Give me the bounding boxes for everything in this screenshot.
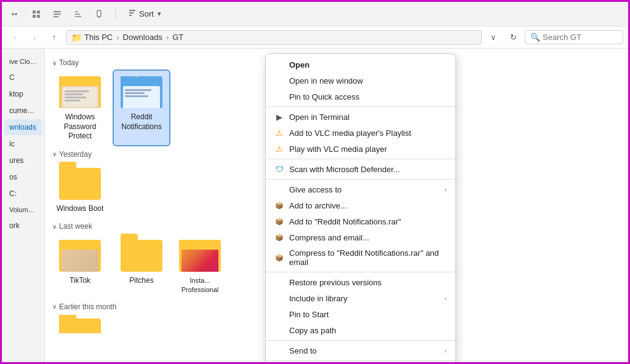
sort-button[interactable]: Sort ▼: [123, 6, 167, 22]
search-box[interactable]: 🔍: [525, 30, 623, 44]
folder-earlier-partial[interactable]: [52, 315, 108, 333]
folder-shape-insta: [179, 240, 221, 272]
folder-shape-wb: [59, 168, 101, 200]
svg-rect-7: [54, 14, 61, 15]
up-button[interactable]: ↑: [46, 30, 62, 46]
cm-item-scan-defender[interactable]: 🛡 Scan with Microsoft Defender...: [266, 161, 455, 177]
cm-item-pin-quick[interactable]: Pin to Quick access: [266, 89, 455, 105]
cm-label-send-to: Send to: [289, 346, 439, 355]
toolbar-nav-icons: [7, 6, 108, 23]
sidebar-item-c[interactable]: C: [4, 69, 42, 85]
cm-item-add-archive[interactable]: 📦 Add to archive...: [266, 197, 455, 213]
cm-item-add-rar[interactable]: 📦 Add to "Reddit Notifications.rar": [266, 213, 455, 229]
address-dropdown-button[interactable]: ∨: [485, 30, 501, 46]
sidebar-item-cloud[interactable]: ive Cloud Files: [4, 54, 42, 69]
folder-windows-password[interactable]: Windows Password Protect: [52, 71, 108, 145]
folder-icon-wb: [58, 166, 102, 202]
file-content: ∨ Today: [45, 49, 628, 364]
cm-item-compress-rar-email[interactable]: 📦 Compress to "Reddit Notifications.rar"…: [266, 245, 455, 270]
cm-icon-compress-email: 📦: [274, 232, 284, 242]
sidebar-item-drive-c[interactable]: C:: [4, 186, 42, 202]
folder-reddit-notifications[interactable]: Reddit Notifications: [114, 71, 169, 145]
cm-icon-give-access: [274, 184, 284, 194]
cm-label-pin-start: Pin to Start: [289, 310, 447, 319]
cm-label-give-access: Give access to: [289, 185, 439, 194]
folder-icon-reddit: [119, 74, 164, 110]
cm-icon-defender: 🛡: [274, 164, 284, 174]
cm-item-send-to[interactable]: Send to ›: [266, 342, 455, 358]
cm-label-add-vlc-playlist: Add to VLC media player's Playlist: [289, 129, 447, 138]
cm-icon-terminal: ▶: [274, 112, 284, 122]
path-sep-2: ›: [166, 33, 169, 42]
sidebar-item-music[interactable]: ic: [4, 136, 42, 152]
folder-instagram-professional[interactable]: Insta...Professional: [175, 234, 225, 298]
cm-label-open-new-window: Open in new window: [289, 76, 447, 85]
sort-label: Sort: [139, 9, 154, 18]
folder-icon: 📁: [71, 33, 82, 42]
sidebar-item-pictures[interactable]: ures: [4, 152, 42, 168]
toolbar-details-icon[interactable]: [49, 6, 66, 23]
context-menu: Open Open in new window Pin to Quick acc…: [265, 53, 456, 364]
folder-pitches[interactable]: Pitches: [114, 234, 169, 298]
svg-rect-9: [97, 10, 101, 17]
toolbar-view-icon[interactable]: [28, 6, 45, 23]
cm-label-play-vlc: Play with VLC media player: [289, 144, 447, 154]
sidebar-item-desktop[interactable]: ktop: [4, 86, 42, 102]
sidebar-item-documents[interactable]: cuments: [4, 103, 42, 119]
address-path[interactable]: 📁 This PC › Downloads › GT: [66, 30, 482, 45]
svg-rect-10: [98, 17, 100, 18]
search-icon: 🔍: [530, 33, 540, 42]
cm-icon-open-new-window: [274, 76, 284, 85]
cm-label-compress-email: Compress and email...: [289, 233, 447, 242]
refresh-button[interactable]: ↻: [505, 30, 521, 46]
cm-item-pin-start[interactable]: Pin to Start: [266, 306, 455, 322]
cm-item-open-new-window[interactable]: Open in new window: [266, 73, 455, 89]
search-input[interactable]: [543, 33, 618, 42]
cm-label-copy-path: Copy as path: [289, 326, 447, 335]
forward-button[interactable]: ‹: [26, 30, 42, 46]
sidebar-item-drive-d[interactable]: Volume (D:): [4, 202, 42, 217]
cm-arrow-send-to: ›: [444, 347, 447, 354]
toolbar-refresh-icon[interactable]: [90, 6, 108, 23]
cm-icon-pin-start: [274, 309, 284, 319]
sidebar-item-videos[interactable]: os: [4, 169, 42, 185]
cm-item-play-vlc[interactable]: ⚠ Play with VLC media player: [266, 141, 455, 157]
section-arrow-yesterday: ∨: [52, 151, 57, 157]
path-sep-1: ›: [116, 33, 119, 42]
cm-item-compress-email[interactable]: 📦 Compress and email...: [266, 229, 455, 245]
svg-rect-2: [33, 10, 36, 14]
cm-icon-compress-rar-email: 📦: [274, 253, 284, 263]
folder-icon-tiktok: [58, 238, 102, 274]
sidebar-item-downloads[interactable]: wnloads: [4, 119, 42, 135]
folder-windows-boot[interactable]: Windows Boot: [52, 162, 108, 218]
cm-item-give-access[interactable]: Give access to ›: [266, 181, 455, 197]
cm-arrow-include-library: ›: [444, 295, 447, 302]
cm-item-open-terminal[interactable]: ▶ Open in Terminal: [266, 109, 455, 125]
toolbar: Sort ▼: [2, 2, 628, 26]
sidebar-item-network[interactable]: ork: [4, 218, 42, 234]
cm-item-open[interactable]: Open: [266, 57, 455, 73]
folder-icon-wp: [58, 74, 102, 110]
cm-divider-5: [266, 340, 455, 341]
folder-thumb-wp: [62, 86, 98, 108]
cm-item-add-vlc-playlist[interactable]: ⚠ Add to VLC media player's Playlist: [266, 125, 455, 141]
cm-divider-3: [266, 179, 455, 180]
folder-thumb-reddit: [123, 86, 160, 108]
cm-item-copy-path[interactable]: Copy as path: [266, 322, 455, 338]
cm-item-include-library[interactable]: Include in library ›: [266, 290, 455, 306]
toolbar-sort-icon[interactable]: [70, 6, 87, 23]
cm-label-pin-quick: Pin to Quick access: [289, 92, 447, 101]
back-button[interactable]: ‹: [7, 30, 23, 46]
path-this-pc[interactable]: This PC: [84, 33, 113, 42]
folder-shape-pitches: [121, 240, 162, 272]
path-downloads[interactable]: Downloads: [123, 33, 162, 42]
section-arrow-earlier: ∨: [52, 303, 57, 310]
folder-tiktok[interactable]: TikTok: [52, 234, 108, 298]
toolbar-back-icon[interactable]: [7, 6, 24, 23]
cm-item-restore-versions[interactable]: Restore previous versions: [266, 274, 455, 290]
toolbar-divider: [115, 8, 116, 20]
cm-icon-copy-path: [274, 325, 284, 335]
path-gt[interactable]: GT: [172, 33, 183, 42]
cm-arrow-give-access: ›: [444, 186, 447, 193]
cm-label-compress-rar-email: Compress to "Reddit Notifications.rar" a…: [289, 248, 447, 267]
